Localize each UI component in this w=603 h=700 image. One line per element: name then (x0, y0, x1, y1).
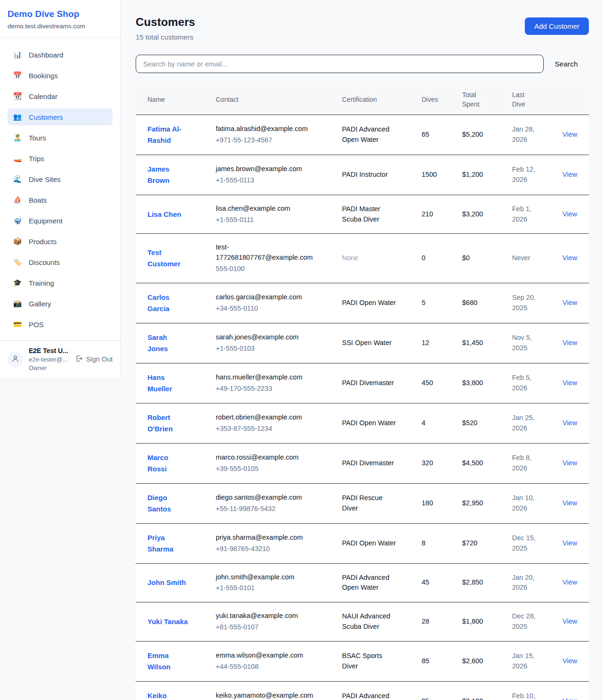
shop-name: Demo Dive Shop (8, 9, 113, 19)
view-customer-link[interactable]: View (562, 379, 577, 387)
sidebar-header: Demo Dive Shop demo.test.divestreams.com (0, 0, 120, 38)
customer-last-dive: Jan 28, 2026 (512, 124, 541, 145)
customer-email: james.brown@example.com (216, 164, 316, 174)
sidebar-item-label: Dashboard (29, 51, 63, 59)
customer-dives: 8 (422, 539, 425, 547)
customer-certification: BSAC Sports Diver (342, 651, 398, 672)
customer-last-dive: Feb 5, 2026 (512, 373, 541, 394)
customer-phone: +91-98765-43210 (216, 544, 316, 554)
table-row: Emma Wilson emma.wilson@example.com +44-… (136, 641, 589, 681)
view-customer-link[interactable]: View (562, 697, 577, 700)
sidebar-item-calendar[interactable]: 📆 Calendar (8, 88, 113, 105)
customer-name-link[interactable]: Hans Mueller (147, 372, 189, 395)
view-customer-link[interactable]: View (562, 131, 577, 138)
customer-total-spent: $1,450 (462, 339, 483, 346)
customer-name-link[interactable]: Robert O'Brien (147, 412, 189, 435)
customer-email: priya.sharma@example.com (216, 533, 316, 543)
user-avatar (8, 352, 23, 367)
customer-name-link[interactable]: Marco Rossi (147, 452, 189, 475)
customer-phone: +1-555-0101 (216, 583, 316, 593)
view-customer-link[interactable]: View (562, 499, 577, 507)
sign-out-button[interactable]: Sign Out (75, 354, 113, 364)
customer-total-spent: $1,200 (462, 171, 483, 178)
add-customer-button[interactable]: Add Customer (525, 17, 589, 35)
table-row: Marco Rossi marco.rossi@example.com +39-… (136, 443, 589, 483)
sign-out-icon (75, 354, 83, 364)
view-customer-link[interactable]: View (562, 618, 577, 625)
customer-email: fatima.alrashid@example.com (216, 124, 316, 134)
view-customer-link[interactable]: View (562, 459, 577, 467)
sidebar-item-customers[interactable]: 👥 Customers (8, 108, 113, 125)
sidebar-item-label: Boats (29, 196, 47, 204)
customer-email: keiko.yamamoto@example.com (216, 691, 316, 700)
customer-contact: marco.rossi@example.com +39-555-0105 (216, 453, 316, 474)
customer-contact: hans.mueller@example.com +49-170-555-223… (216, 372, 316, 394)
customer-name-link[interactable]: Lisa Chen (147, 209, 181, 220)
sidebar-item-boats[interactable]: ⛵ Boats (8, 191, 113, 208)
view-customer-link[interactable]: View (562, 539, 577, 547)
sidebar-item-label: Bookings (29, 72, 58, 80)
customer-contact: priya.sharma@example.com +91-98765-43210 (216, 533, 316, 554)
shop-domain: demo.test.divestreams.com (8, 23, 113, 30)
customer-name-link[interactable]: Fatima Al-Rashid (147, 124, 189, 146)
customer-contact: emma.wilson@example.com +44-555-0108 (216, 651, 316, 672)
page-title: Customers (136, 16, 195, 29)
view-customer-link[interactable]: View (562, 419, 577, 427)
sidebar-item-label: Customers (29, 113, 63, 121)
search-input[interactable] (136, 55, 544, 73)
customer-certification: PADI Advanced Open Water (342, 691, 398, 700)
customer-name-link[interactable]: Diego Santos (147, 492, 189, 515)
customer-dives: 95 (422, 697, 429, 700)
sidebar-item-trips[interactable]: 🚤 Trips (8, 150, 113, 167)
search-button[interactable]: Search (544, 60, 589, 68)
view-customer-link[interactable]: View (562, 254, 577, 262)
sidebar-item-gallery[interactable]: 📸 Gallery (8, 295, 113, 312)
table-row: Sarah Jones sarah.jones@example.com +1-5… (136, 323, 589, 363)
sidebar-item-bookings[interactable]: 📅 Bookings (8, 67, 113, 84)
customer-name-link[interactable]: Emma Wilson (147, 650, 189, 673)
sidebar-item-dive-sites[interactable]: 🌊 Dive Sites (8, 171, 113, 188)
customer-last-dive: Jan 20, 2026 (512, 573, 541, 593)
view-customer-link[interactable]: View (562, 578, 577, 586)
search-row: Search (136, 55, 589, 73)
sidebar-item-pos[interactable]: 💳 POS (8, 316, 113, 333)
sidebar-item-training[interactable]: 🎓 Training (8, 274, 113, 291)
sidebar: Demo Dive Shop demo.test.divestreams.com… (0, 0, 121, 378)
view-customer-link[interactable]: View (562, 657, 577, 665)
column-header-dives: Dives (422, 85, 462, 115)
column-header-certification: Certification (342, 85, 422, 115)
customer-name-link[interactable]: Yuki Tanaka (147, 616, 188, 627)
customers-icon: 👥 (13, 113, 22, 121)
customer-contact: keiko.yamamoto@example.com +81-90-1234-5… (216, 691, 316, 700)
customer-name-link[interactable]: James Brown (147, 164, 189, 186)
customer-name-link[interactable]: Keiko Yamamoto (147, 690, 189, 700)
customer-name-link[interactable]: Priya Sharma (147, 532, 189, 555)
view-customer-link[interactable]: View (562, 339, 577, 346)
sidebar-item-products[interactable]: 📦 Products (8, 233, 113, 250)
total-customers-count: 15 total customers (136, 33, 195, 41)
customer-name-link[interactable]: John Smith (147, 577, 186, 588)
sidebar-item-label: Trips (29, 155, 44, 163)
view-customer-link[interactable]: View (562, 171, 577, 178)
sidebar-item-discounts[interactable]: 🏷️ Discounts (8, 254, 113, 271)
customer-email: hans.mueller@example.com (216, 372, 316, 383)
training-icon: 🎓 (13, 279, 22, 287)
customer-total-spent: $2,600 (462, 657, 483, 665)
column-header-name: Name (136, 85, 216, 115)
sidebar-item-equipment[interactable]: 🤿 Equipment (8, 212, 113, 229)
customer-last-dive: Jan 25, 2026 (512, 413, 541, 434)
view-customer-link[interactable]: View (562, 210, 577, 218)
customers-table-body: Fatima Al-Rashid fatima.alrashid@example… (136, 115, 589, 700)
customer-last-dive: Never (512, 253, 541, 264)
sidebar-item-tours[interactable]: 🏝️ Tours (8, 129, 113, 146)
sidebar-item-dashboard[interactable]: 📊 Dashboard (8, 46, 113, 63)
user-name: E2E Test U... (29, 347, 69, 354)
customer-contact: diego.santos@example.com +55-11-99876-54… (216, 493, 316, 514)
customer-total-spent: $2,950 (462, 499, 483, 507)
customer-email: sarah.jones@example.com (216, 332, 316, 343)
customer-name-link[interactable]: Test Customer (147, 247, 189, 270)
customer-name-link[interactable]: Sarah Jones (147, 332, 189, 354)
customer-contact: lisa.chen@example.com +1-555-0111 (216, 204, 316, 225)
view-customer-link[interactable]: View (562, 299, 577, 306)
customer-name-link[interactable]: Carlos Garcia (147, 292, 189, 314)
